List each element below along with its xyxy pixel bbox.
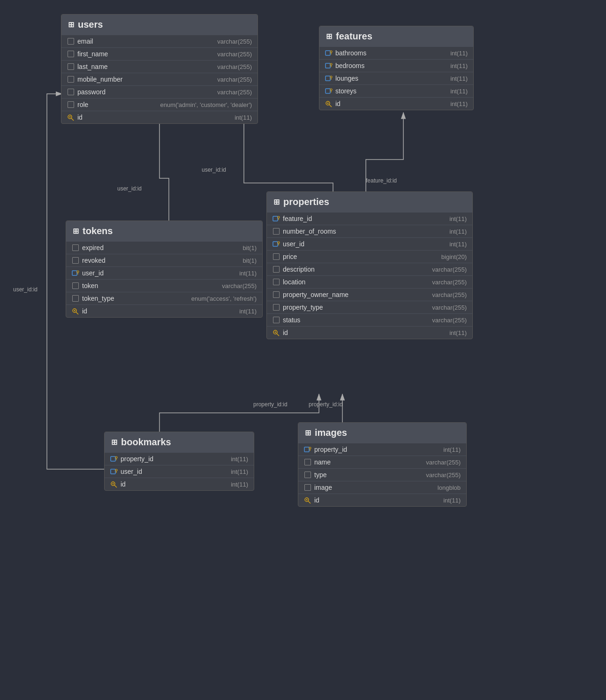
field-users-last_name: last_name varchar(255) [61, 60, 258, 73]
table-icon: ⊞ [68, 20, 74, 29]
field-images-type: type varchar(255) [298, 468, 466, 481]
field-icon-role [67, 101, 75, 108]
field-type-property_owner_name: varchar(255) [432, 291, 467, 298]
field-type-property_id-img: int(11) [443, 446, 461, 453]
field-icon-mobile_number [67, 76, 75, 83]
field-name-id-features: id [335, 100, 447, 107]
field-icon-pk-images [304, 496, 311, 504]
field-type-revoked: bit(1) [242, 257, 257, 264]
field-name-password: password [77, 88, 214, 96]
svg-point-49 [306, 499, 308, 501]
field-name-property_id-bk: property_id [121, 455, 228, 463]
svg-rect-38 [111, 469, 115, 474]
label-tokens-users-2: user_id:id [117, 185, 142, 192]
field-name-email: email [77, 38, 214, 45]
table-users-title: users [78, 19, 103, 30]
field-name-id-bookmarks: id [121, 480, 228, 488]
table-properties-title: properties [283, 197, 329, 207]
field-type-email: varchar(255) [217, 38, 252, 45]
field-name-user_id-bk: user_id [121, 468, 228, 475]
field-name-token: token [82, 282, 219, 289]
field-name-bedrooms: bedrooms [335, 62, 447, 69]
field-tokens-id: id int(11) [66, 304, 262, 317]
field-features-storeys: storeys int(11) [319, 84, 473, 97]
field-name-id-users: id [77, 114, 232, 121]
field-type-user_id-bk: int(11) [231, 468, 248, 475]
field-icon-expired [72, 244, 79, 251]
svg-line-33 [277, 334, 279, 336]
field-properties-price: price bigint(20) [267, 250, 472, 263]
table-users: ⊞ users email varchar(255) first_name va… [61, 14, 258, 124]
field-icon-property_owner_name [273, 291, 280, 298]
field-icon-pk-features [325, 100, 333, 107]
field-icon-pk-users [67, 114, 75, 121]
svg-rect-8 [326, 63, 330, 68]
field-name-property_owner_name: property_owner_name [283, 291, 429, 298]
field-type-user_id-props: int(11) [449, 241, 467, 248]
table-images-header: ⊞ images [298, 423, 466, 443]
svg-rect-5 [326, 51, 330, 55]
field-name-revoked: revoked [82, 257, 240, 264]
field-type-storeys: int(11) [450, 88, 468, 95]
field-name-price: price [283, 253, 439, 260]
svg-line-18 [329, 105, 332, 107]
svg-line-24 [76, 312, 78, 314]
field-name-id-images: id [314, 496, 440, 504]
field-type-id-properties: int(11) [449, 329, 467, 336]
field-icon-image-img [304, 484, 311, 491]
svg-rect-26 [273, 216, 278, 221]
svg-line-48 [308, 501, 311, 503]
field-type-type-img: varchar(255) [426, 472, 461, 479]
field-properties-user_id: user_id int(11) [267, 237, 472, 250]
field-type-expired: bit(1) [242, 244, 257, 251]
field-name-last_name: last_name [77, 63, 214, 70]
field-type-role: enum('admin', 'customer', 'dealer') [160, 101, 252, 108]
svg-point-34 [275, 332, 276, 333]
field-name-mobile_number: mobile_number [77, 76, 214, 83]
field-name-status: status [283, 316, 429, 324]
field-name-id-properties: id [283, 329, 447, 336]
field-images-id: id int(11) [298, 494, 466, 506]
field-properties-status: status varchar(255) [267, 313, 472, 326]
table-features-title: features [336, 31, 372, 42]
field-features-lounges: lounges int(11) [319, 72, 473, 84]
field-icon-fk-feature_id [273, 215, 280, 222]
field-properties-property_owner_name: property_owner_name varchar(255) [267, 288, 472, 301]
field-bookmarks-user_id: user_id int(11) [105, 465, 254, 478]
table-tokens-header: ⊞ tokens [66, 221, 262, 241]
svg-rect-35 [111, 457, 115, 461]
table-icon-properties: ⊞ [273, 198, 280, 206]
field-tokens-revoked: revoked bit(1) [66, 254, 262, 266]
field-name-bathrooms: bathrooms [335, 49, 447, 57]
field-type-lounges: int(11) [450, 75, 468, 82]
table-bookmarks: ⊞ bookmarks property_id int(11) user_id … [104, 432, 254, 491]
field-features-bedrooms: bedrooms int(11) [319, 59, 473, 72]
field-tokens-token: token varchar(255) [66, 279, 262, 292]
field-icon-description [273, 266, 280, 273]
field-type-price: bigint(20) [441, 253, 467, 260]
field-icon-token [72, 282, 79, 289]
field-properties-location: location varchar(255) [267, 275, 472, 288]
field-tokens-expired: expired bit(1) [66, 241, 262, 254]
svg-point-19 [327, 103, 329, 104]
field-type-id-bookmarks: int(11) [231, 481, 248, 488]
field-icon-token_type [72, 295, 79, 302]
field-type-image-img: longblob [438, 484, 461, 491]
table-icon-features: ⊞ [326, 32, 332, 41]
table-properties-header: ⊞ properties [267, 192, 472, 212]
field-icon-fk-storeys [325, 87, 333, 95]
field-features-id: id int(11) [319, 97, 473, 110]
field-icon-fk-user_id-props [273, 240, 280, 248]
field-icon-number_of_rooms [273, 228, 280, 235]
field-icon-pk-bookmarks [110, 480, 118, 488]
svg-line-42 [114, 485, 117, 487]
table-bookmarks-header: ⊞ bookmarks [105, 432, 254, 452]
field-name-expired: expired [82, 244, 240, 251]
svg-rect-44 [304, 447, 309, 452]
field-name-description: description [283, 266, 429, 273]
field-icon-property_type [273, 304, 280, 311]
svg-rect-11 [326, 76, 330, 81]
svg-point-45 [309, 447, 311, 449]
field-type-token_type: enum('access', 'refresh') [191, 295, 257, 302]
field-type-token: varchar(255) [222, 282, 257, 289]
